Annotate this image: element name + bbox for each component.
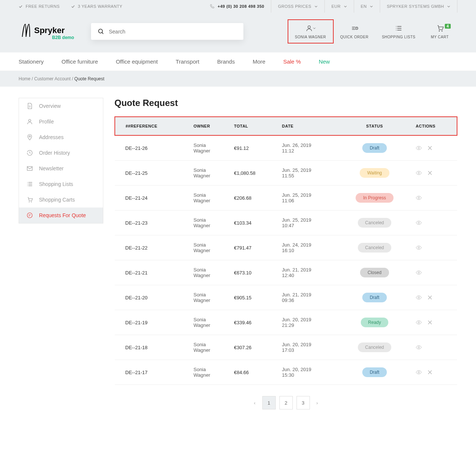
cell-date: Jun. 26, 201911:12: [278, 135, 338, 161]
sidebar-item-label: Shopping Lists: [39, 181, 73, 187]
currency-selector[interactable]: EUR: [324, 0, 354, 13]
nav-item[interactable]: Transport: [176, 58, 200, 65]
page-button[interactable]: 3: [297, 396, 310, 409]
cell-actions: [411, 360, 457, 385]
user-menu[interactable]: SONIA WAGNER: [288, 19, 334, 44]
table-row: DE--21-18 SoniaWagner €307.26 Jun. 20, 2…: [115, 335, 457, 360]
page-button[interactable]: 1: [262, 396, 276, 409]
logo[interactable]: Spryker B2B demo: [19, 21, 80, 42]
sidebar-item[interactable]: Shopping Lists: [19, 176, 103, 192]
status-badge: Draft: [362, 293, 387, 302]
cancel-icon[interactable]: [427, 369, 433, 375]
sidebar-item[interactable]: Newsletter: [19, 161, 103, 176]
view-icon[interactable]: [416, 170, 422, 176]
cell-actions: [411, 135, 457, 161]
sidebar-item-label: Order History: [39, 150, 70, 156]
nav-item[interactable]: Office equipment: [116, 58, 158, 65]
free-returns-text: FREE RETURNS: [26, 4, 60, 9]
breadcrumb-account[interactable]: Customer Account: [34, 76, 71, 81]
breadcrumb-current: Quote Request: [74, 76, 104, 81]
sidebar-item[interactable]: Addresses: [19, 129, 103, 145]
nav-item[interactable]: More: [253, 58, 265, 65]
view-icon[interactable]: [416, 369, 422, 375]
page-button[interactable]: 2: [279, 396, 293, 409]
quick-order-link[interactable]: QUICK ORDER: [334, 19, 375, 44]
cell-actions: [411, 210, 457, 235]
table-row: DE--21-17 SoniaWagner €84.66 Jun. 20, 20…: [115, 360, 457, 385]
quick-order-label: QUICK ORDER: [340, 35, 369, 39]
page-prev[interactable]: ‹: [251, 400, 259, 406]
cancel-icon[interactable]: [427, 170, 433, 176]
search-input[interactable]: [109, 29, 237, 35]
sidebar-item[interactable]: Overview: [19, 98, 103, 114]
sidebar-item[interactable]: Shopping Carts: [19, 192, 103, 208]
cell-total: €91.12: [230, 135, 278, 161]
cancel-icon[interactable]: [427, 145, 433, 151]
cell-status: Draft: [338, 360, 411, 385]
cancel-icon[interactable]: [427, 295, 433, 300]
chevron-down-icon: [314, 5, 318, 8]
quick-order-icon: [350, 25, 359, 32]
cell-owner: SoniaWagner: [189, 161, 230, 186]
cell-date: Jun. 20, 201915:30: [278, 360, 338, 385]
sidebar-item[interactable]: Requests For Quote: [19, 208, 103, 223]
cell-total: €84.66: [230, 360, 278, 385]
spryker-logo-icon: Spryker B2B demo: [19, 21, 80, 42]
cell-date: Jun. 21, 201912:40: [278, 260, 338, 285]
cell-total: €307.26: [230, 335, 278, 360]
view-icon[interactable]: [416, 195, 422, 201]
nav-item[interactable]: Sale %: [283, 58, 301, 65]
mail-icon: [26, 165, 33, 172]
cell-owner: SoniaWagner: [189, 135, 230, 161]
cell-owner: SoniaWagner: [189, 360, 230, 385]
view-icon[interactable]: [416, 220, 422, 226]
view-icon[interactable]: [416, 145, 422, 151]
view-icon[interactable]: [416, 270, 422, 276]
language-selector[interactable]: EN: [354, 0, 380, 13]
sidebar-item[interactable]: Profile: [19, 114, 103, 129]
doc-icon: [26, 103, 33, 109]
nav-item[interactable]: Stationery: [19, 58, 44, 65]
nav-item[interactable]: Office furniture: [62, 58, 98, 65]
cell-actions: [411, 335, 457, 360]
view-icon[interactable]: [416, 295, 422, 300]
cell-reference: DE--21-18: [115, 335, 189, 360]
company-selector[interactable]: SPRYKER SYSTEMS GMBH: [380, 0, 457, 13]
status-badge: Canceled: [358, 243, 392, 253]
free-returns-label: FREE RETURNS: [19, 4, 60, 9]
cell-owner: SoniaWagner: [189, 235, 230, 260]
cancel-icon[interactable]: [427, 319, 433, 325]
search-box[interactable]: [91, 23, 243, 40]
cell-actions: [411, 260, 457, 285]
cell-date: Jun. 20, 201917:03: [278, 335, 338, 360]
sidebar-item-label: Shopping Carts: [39, 197, 75, 203]
phone-link[interactable]: +49 (0) 30 208 498 350: [210, 4, 271, 9]
sidebar-item[interactable]: Order History: [19, 145, 103, 161]
cell-date: Jun. 25, 201911:06: [278, 186, 338, 210]
nav-item[interactable]: Brands: [217, 58, 235, 65]
breadcrumb-home[interactable]: Home: [19, 76, 30, 81]
table-row: DE--21-25 SoniaWagner €1,080.58 Jun. 25,…: [115, 161, 457, 186]
view-icon[interactable]: [416, 319, 422, 325]
status-badge: Closed: [360, 268, 389, 277]
quote-request-table: ##REFERENCE OWNER TOTAL DATE STATUS ACTI…: [114, 116, 457, 385]
price-mode-selector[interactable]: GROSS PRICES: [271, 0, 324, 13]
page-next[interactable]: ›: [314, 400, 321, 406]
status-badge: Draft: [362, 367, 387, 377]
cell-total: €791.47: [230, 235, 278, 260]
check-icon: [19, 4, 23, 9]
table-row: DE--21-20 SoniaWagner €905.15 Jun. 21, 2…: [115, 285, 457, 310]
shopping-lists-link[interactable]: SHOPPING LISTS: [375, 19, 422, 44]
chevron-down-icon: [344, 5, 347, 8]
cell-reference: DE--21-22: [115, 235, 189, 260]
cart-badge: 4: [445, 24, 451, 29]
nav-item[interactable]: New: [319, 58, 330, 65]
table-row: DE--21-23 SoniaWagner €103.34 Jun. 25, 2…: [115, 210, 457, 235]
cell-status: Waiting: [338, 161, 411, 186]
cell-status: Draft: [338, 135, 411, 161]
cart-link[interactable]: 4 MY CART: [422, 19, 457, 44]
check-icon: [71, 4, 75, 9]
cart-label: MY CART: [431, 35, 449, 39]
view-icon[interactable]: [416, 344, 422, 350]
view-icon[interactable]: [416, 245, 422, 251]
